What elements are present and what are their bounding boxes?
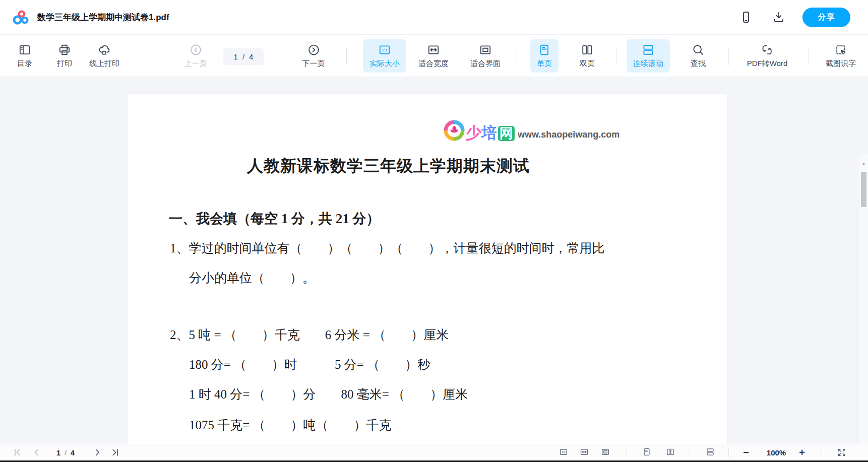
zoom-level: 100% (767, 444, 786, 461)
shaopeiwang-logo-icon (444, 120, 465, 141)
toolbar-label: 目录 (17, 59, 32, 69)
actual-size-mini-icon[interactable]: 1:1 (559, 447, 569, 457)
question-line: 分小的单位（ ）。 (189, 270, 315, 286)
question-line: 1075 千克= （ ）吨（ ）千克 (189, 417, 392, 433)
question-line: 2、5 吨 = （ ）千克 6 分米 = （ ）厘米 (170, 326, 449, 343)
toolbar-button-next-page[interactable]: 下一页 (296, 39, 332, 73)
zoom-out-button[interactable]: − (743, 444, 749, 461)
toolbar-label: 上一页 (184, 59, 207, 69)
svg-text:1:1: 1:1 (382, 48, 388, 52)
toolbar-label: 截图识字 (826, 59, 856, 69)
actual-size-icon: 1:1 (378, 43, 391, 56)
page-separator: / (242, 52, 244, 61)
previous-page-icon[interactable] (32, 447, 42, 457)
toolbar-button-single-page[interactable]: 单页 (530, 39, 559, 73)
document-viewport[interactable]: 少培网 www.shaopeiwang.com 人教新课标数学三年级上学期期末测… (0, 77, 868, 444)
next-page-circle-icon (307, 43, 320, 56)
toolbar-button-print[interactable]: 打印 (50, 39, 79, 73)
fit-page-mini-icon[interactable] (601, 447, 611, 457)
bottom-page-separator: / (65, 449, 67, 456)
toolbar-button-find[interactable]: 查找 (684, 39, 712, 73)
download-icon[interactable] (772, 11, 785, 24)
toolbar-label: 双页 (580, 59, 595, 69)
vertical-scrollbar[interactable]: ▲ ▼ (859, 154, 868, 444)
next-page-icon[interactable] (92, 447, 102, 457)
toolbar-button-pdf-to-word[interactable]: PDF转Word (740, 39, 794, 73)
exam-title: 人教新课标数学三年级上学期期末测试 (247, 155, 530, 177)
toolbar-button-fit-width[interactable]: 适合宽度 (412, 39, 455, 73)
fit-page-icon (479, 43, 492, 56)
toolbar-button-continuous-scroll[interactable]: 连续滚动 (627, 39, 670, 73)
continuous-scroll-mini-icon[interactable] (706, 447, 716, 457)
shaopeiwang-brand: 少培网 www.shaopeiwang.com (444, 120, 619, 141)
toolbar-label: 适合界面 (470, 59, 501, 69)
mobile-view-icon[interactable] (739, 11, 753, 24)
toolbar-button-actual-size[interactable]: 1:1 实际大小 (363, 39, 406, 73)
printer-icon (58, 43, 71, 56)
toolbar-label: 查找 (691, 59, 706, 69)
toolbar-button-online-print[interactable]: 线上打印 (83, 39, 126, 73)
scrollbar-thumb[interactable] (861, 172, 866, 207)
scroll-up-arrow[interactable]: ▲ (859, 159, 868, 168)
brand-char-2: 培 (481, 124, 497, 142)
toolbar-button-screenshot-ocr[interactable]: 截图识字 (819, 39, 862, 73)
brand-url: www.shaopeiwang.com (518, 129, 619, 141)
toolbar-divider (517, 48, 517, 65)
question-line: 1、学过的时间单位有（ ）（ ）（ ），计量很短的时间时，常用比 (170, 240, 605, 256)
brand-name: 少培网 (466, 125, 515, 141)
first-page-icon[interactable] (13, 447, 23, 457)
toolbar-label: 打印 (57, 59, 72, 69)
continuous-scroll-icon (642, 43, 655, 56)
bottom-status-bar: 1 / 4 1:1 − 100% + (0, 444, 868, 460)
double-page-mini-icon[interactable] (666, 447, 676, 457)
toolbar-button-fit-page[interactable]: 适合界面 (464, 39, 507, 73)
bottom-page-indicator: 1 / 4 (45, 444, 86, 461)
toolbar-divider (616, 48, 616, 65)
fit-width-mini-icon[interactable] (580, 447, 590, 457)
prev-page-circle-icon (189, 43, 202, 56)
share-button[interactable]: 分享 (802, 8, 850, 27)
toolbar-label: 连续滚动 (633, 59, 663, 69)
search-icon (692, 43, 705, 56)
toolbar-button-toc[interactable]: 目录 (11, 39, 39, 73)
convert-icon (761, 43, 774, 56)
netdisk-logo-icon (12, 9, 30, 27)
brand-char-1: 少 (466, 124, 481, 142)
toolbar-label: 下一页 (302, 59, 325, 69)
svg-text:1:1: 1:1 (562, 450, 566, 453)
toolbar-divider (346, 48, 347, 65)
toolbar: 目录 打印 线上打印 上一页 1 / 4 下一页 1:1 实 (0, 35, 868, 77)
toolbar-label: 适合宽度 (418, 59, 449, 69)
bottom-bar-divider (627, 448, 627, 457)
zoom-in-button[interactable]: + (799, 444, 805, 461)
last-page-icon[interactable] (110, 447, 120, 457)
double-page-icon (581, 43, 594, 56)
crop-ocr-icon (834, 43, 847, 56)
page-total: 4 (249, 52, 253, 61)
fit-width-icon (427, 43, 440, 56)
toolbar-divider (808, 48, 809, 65)
top-bar: 数学三年级上学期期中测试卷1.pdf 分享 (0, 0, 868, 35)
bottom-page-total: 4 (71, 448, 75, 457)
single-page-mini-icon[interactable] (642, 447, 652, 457)
question-line: 1 时 40 分= （ ）分 80 毫米= （ ）厘米 (189, 386, 468, 403)
single-page-icon (538, 43, 551, 56)
pdf-viewer-window: 数学三年级上学期期中测试卷1.pdf 分享 目录 打印 线上打印 上一页 1 /… (0, 0, 868, 462)
pdf-page: 少培网 www.shaopeiwang.com 人教新课标数学三年级上学期期末测… (128, 94, 727, 444)
bottom-bar-divider (728, 448, 729, 457)
cloud-print-icon (98, 43, 111, 56)
brand-char-3: 网 (498, 126, 515, 141)
toolbar-label: PDF转Word (747, 59, 788, 69)
page-indicator[interactable]: 1 / 4 (223, 48, 264, 65)
bottom-page-current: 1 (56, 448, 60, 457)
bottom-bar-divider (690, 448, 690, 457)
toolbar-label: 单页 (537, 59, 552, 69)
fullscreen-icon[interactable] (837, 447, 847, 457)
toolbar-button-double-page[interactable]: 双页 (573, 39, 601, 73)
document-title: 数学三年级上学期期中测试卷1.pdf (37, 0, 169, 35)
bottom-bar-divider (822, 448, 822, 457)
toolbar-label: 实际大小 (369, 59, 400, 69)
section-heading: 一、我会填（每空 1 分，共 21 分） (169, 210, 380, 228)
toolbar-label: 线上打印 (89, 59, 119, 69)
toolbar-button-prev-page[interactable]: 上一页 (178, 39, 214, 73)
